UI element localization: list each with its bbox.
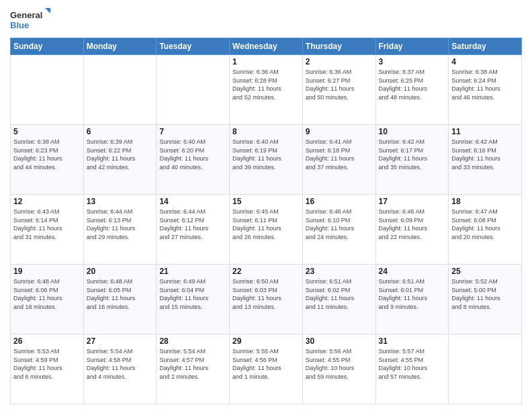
day-number: 19 bbox=[13, 267, 81, 276]
svg-marker-2 bbox=[45, 8, 50, 13]
calendar-cell bbox=[449, 334, 522, 404]
calendar-cell: 9Sunrise: 6:41 AM Sunset: 6:18 PM Daylig… bbox=[302, 125, 375, 195]
weekday-header-saturday: Saturday bbox=[449, 38, 522, 55]
day-info: Sunrise: 5:54 AM Sunset: 4:57 PM Dayligh… bbox=[159, 347, 226, 381]
day-info: Sunrise: 6:36 AM Sunset: 6:28 PM Dayligh… bbox=[232, 68, 300, 101]
calendar-cell: 2Sunrise: 6:36 AM Sunset: 6:27 PM Daylig… bbox=[302, 55, 375, 125]
calendar-cell: 13Sunrise: 6:44 AM Sunset: 6:13 PM Dayli… bbox=[83, 195, 157, 265]
calendar-cell: 14Sunrise: 6:44 AM Sunset: 6:12 PM Dayli… bbox=[157, 195, 230, 265]
day-number: 3 bbox=[379, 57, 446, 66]
day-info: Sunrise: 6:51 AM Sunset: 6:01 PM Dayligh… bbox=[379, 277, 446, 311]
calendar-cell: 28Sunrise: 5:54 AM Sunset: 4:57 PM Dayli… bbox=[157, 334, 230, 404]
weekday-header-monday: Monday bbox=[83, 38, 157, 55]
weekday-header-thursday: Thursday bbox=[302, 38, 375, 55]
day-info: Sunrise: 6:38 AM Sunset: 6:23 PM Dayligh… bbox=[13, 138, 81, 171]
weekday-header-friday: Friday bbox=[375, 38, 449, 55]
calendar-cell bbox=[157, 55, 230, 125]
day-info: Sunrise: 6:46 AM Sunset: 6:10 PM Dayligh… bbox=[306, 208, 373, 241]
day-number: 8 bbox=[232, 127, 300, 136]
logo: General Blue bbox=[10, 7, 50, 34]
day-number: 4 bbox=[451, 57, 519, 66]
calendar-cell: 1Sunrise: 6:36 AM Sunset: 6:28 PM Daylig… bbox=[230, 55, 303, 125]
day-number: 14 bbox=[159, 197, 226, 206]
calendar-cell: 24Sunrise: 6:51 AM Sunset: 6:01 PM Dayli… bbox=[375, 265, 449, 334]
calendar-cell bbox=[11, 55, 84, 125]
day-number: 24 bbox=[379, 267, 446, 276]
day-number: 10 bbox=[379, 127, 446, 136]
day-info: Sunrise: 5:53 AM Sunset: 4:59 PM Dayligh… bbox=[13, 347, 81, 381]
calendar-cell: 23Sunrise: 6:51 AM Sunset: 6:02 PM Dayli… bbox=[302, 265, 375, 334]
svg-text:Blue: Blue bbox=[10, 20, 29, 30]
calendar-cell: 20Sunrise: 6:48 AM Sunset: 6:05 PM Dayli… bbox=[83, 265, 157, 334]
day-number: 28 bbox=[159, 336, 226, 346]
calendar-cell: 29Sunrise: 5:55 AM Sunset: 4:56 PM Dayli… bbox=[230, 334, 303, 404]
day-number: 16 bbox=[306, 197, 373, 206]
day-info: Sunrise: 5:52 AM Sunset: 5:00 PM Dayligh… bbox=[451, 277, 519, 311]
day-number: 29 bbox=[232, 336, 300, 346]
day-number: 23 bbox=[306, 267, 373, 276]
logo-graphic: General Blue bbox=[10, 7, 50, 34]
day-info: Sunrise: 5:55 AM Sunset: 4:56 PM Dayligh… bbox=[232, 347, 300, 381]
day-info: Sunrise: 6:48 AM Sunset: 6:06 PM Dayligh… bbox=[13, 277, 81, 311]
day-number: 17 bbox=[379, 197, 446, 206]
day-number: 15 bbox=[232, 197, 300, 206]
day-info: Sunrise: 6:51 AM Sunset: 6:02 PM Dayligh… bbox=[306, 277, 373, 311]
day-info: Sunrise: 6:41 AM Sunset: 6:18 PM Dayligh… bbox=[306, 138, 373, 171]
calendar-cell: 6Sunrise: 6:39 AM Sunset: 6:22 PM Daylig… bbox=[83, 125, 157, 195]
day-info: Sunrise: 6:48 AM Sunset: 6:05 PM Dayligh… bbox=[87, 277, 154, 311]
weekday-header-sunday: Sunday bbox=[11, 38, 84, 55]
day-number: 26 bbox=[13, 336, 81, 346]
day-number: 1 bbox=[232, 57, 300, 66]
calendar-cell: 3Sunrise: 6:37 AM Sunset: 6:25 PM Daylig… bbox=[375, 55, 449, 125]
calendar-cell: 27Sunrise: 5:54 AM Sunset: 4:58 PM Dayli… bbox=[83, 334, 157, 404]
day-info: Sunrise: 6:47 AM Sunset: 6:08 PM Dayligh… bbox=[451, 208, 519, 241]
calendar-table: SundayMondayTuesdayWednesdayThursdayFrid… bbox=[10, 38, 522, 404]
day-number: 5 bbox=[13, 127, 81, 136]
day-number: 20 bbox=[87, 267, 154, 276]
day-info: Sunrise: 6:44 AM Sunset: 6:12 PM Dayligh… bbox=[159, 208, 226, 241]
calendar-cell: 18Sunrise: 6:47 AM Sunset: 6:08 PM Dayli… bbox=[449, 195, 522, 265]
calendar-cell: 5Sunrise: 6:38 AM Sunset: 6:23 PM Daylig… bbox=[11, 125, 84, 195]
day-number: 25 bbox=[451, 267, 519, 276]
day-number: 12 bbox=[13, 197, 81, 206]
day-number: 11 bbox=[451, 127, 519, 136]
svg-text:General: General bbox=[10, 10, 42, 20]
day-number: 6 bbox=[87, 127, 154, 136]
day-info: Sunrise: 6:37 AM Sunset: 6:25 PM Dayligh… bbox=[379, 68, 446, 101]
calendar-cell: 12Sunrise: 6:43 AM Sunset: 6:14 PM Dayli… bbox=[11, 195, 84, 265]
day-info: Sunrise: 6:46 AM Sunset: 6:09 PM Dayligh… bbox=[379, 208, 446, 241]
day-info: Sunrise: 6:45 AM Sunset: 6:11 PM Dayligh… bbox=[232, 208, 300, 241]
day-info: Sunrise: 6:49 AM Sunset: 6:04 PM Dayligh… bbox=[159, 277, 226, 311]
day-info: Sunrise: 6:39 AM Sunset: 6:22 PM Dayligh… bbox=[87, 138, 154, 171]
calendar-cell: 17Sunrise: 6:46 AM Sunset: 6:09 PM Dayli… bbox=[375, 195, 449, 265]
calendar-cell: 15Sunrise: 6:45 AM Sunset: 6:11 PM Dayli… bbox=[230, 195, 303, 265]
calendar-cell bbox=[83, 55, 157, 125]
day-number: 30 bbox=[306, 336, 373, 346]
day-info: Sunrise: 6:38 AM Sunset: 6:24 PM Dayligh… bbox=[451, 68, 519, 101]
day-info: Sunrise: 5:54 AM Sunset: 4:58 PM Dayligh… bbox=[87, 347, 154, 381]
day-number: 21 bbox=[159, 267, 226, 276]
calendar-cell: 16Sunrise: 6:46 AM Sunset: 6:10 PM Dayli… bbox=[302, 195, 375, 265]
day-info: Sunrise: 6:50 AM Sunset: 6:03 PM Dayligh… bbox=[232, 277, 300, 311]
day-info: Sunrise: 6:42 AM Sunset: 6:16 PM Dayligh… bbox=[451, 138, 519, 171]
calendar-cell: 4Sunrise: 6:38 AM Sunset: 6:24 PM Daylig… bbox=[449, 55, 522, 125]
day-number: 27 bbox=[87, 336, 154, 346]
day-info: Sunrise: 5:56 AM Sunset: 4:55 PM Dayligh… bbox=[306, 347, 373, 381]
day-number: 7 bbox=[159, 127, 226, 136]
day-number: 31 bbox=[379, 336, 446, 346]
day-info: Sunrise: 6:40 AM Sunset: 6:19 PM Dayligh… bbox=[232, 138, 300, 171]
day-number: 18 bbox=[451, 197, 519, 206]
day-number: 22 bbox=[232, 267, 300, 276]
day-number: 2 bbox=[306, 57, 373, 66]
calendar-cell: 11Sunrise: 6:42 AM Sunset: 6:16 PM Dayli… bbox=[449, 125, 522, 195]
day-info: Sunrise: 6:42 AM Sunset: 6:17 PM Dayligh… bbox=[379, 138, 446, 171]
day-number: 13 bbox=[87, 197, 154, 206]
day-info: Sunrise: 6:40 AM Sunset: 6:20 PM Dayligh… bbox=[159, 138, 226, 171]
calendar-cell: 21Sunrise: 6:49 AM Sunset: 6:04 PM Dayli… bbox=[157, 265, 230, 334]
calendar-cell: 8Sunrise: 6:40 AM Sunset: 6:19 PM Daylig… bbox=[230, 125, 303, 195]
weekday-header-wednesday: Wednesday bbox=[230, 38, 303, 55]
day-info: Sunrise: 6:43 AM Sunset: 6:14 PM Dayligh… bbox=[13, 208, 81, 241]
calendar-cell: 30Sunrise: 5:56 AM Sunset: 4:55 PM Dayli… bbox=[302, 334, 375, 404]
weekday-header-tuesday: Tuesday bbox=[157, 38, 230, 55]
calendar-cell: 19Sunrise: 6:48 AM Sunset: 6:06 PM Dayli… bbox=[11, 265, 84, 334]
